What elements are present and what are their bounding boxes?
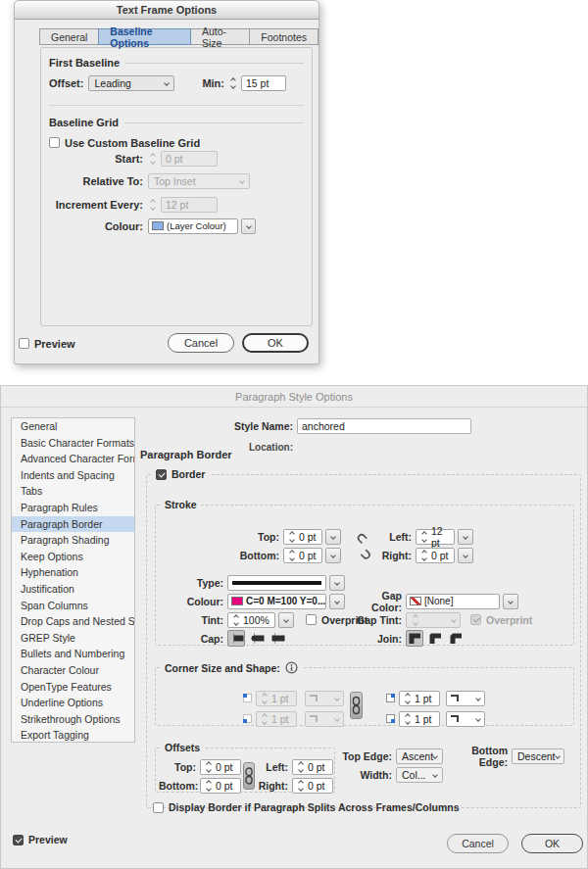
stroke-top-field[interactable]: 0 pt — [283, 529, 322, 545]
text-frame-options-dialog: Text Frame Options GeneralBaseline Optio… — [14, 0, 319, 364]
sidebar-item[interactable]: GREP Style — [12, 630, 134, 647]
stroke-type-chevron-button[interactable] — [329, 575, 345, 591]
tab[interactable]: Footnotes — [249, 28, 318, 45]
corner-bottom-right-shape-dropdown[interactable] — [446, 711, 485, 727]
stepper-icon[interactable] — [296, 762, 306, 772]
corner-link-button[interactable] — [350, 692, 363, 719]
stepper-icon[interactable] — [204, 762, 214, 772]
gap-color-dropdown[interactable]: [None] — [406, 594, 500, 609]
tint-field[interactable]: 100% — [227, 612, 275, 628]
min-stepper[interactable] — [228, 78, 238, 88]
info-icon[interactable] — [285, 661, 298, 674]
gap-color-chevron-button[interactable] — [503, 594, 518, 609]
ok-button[interactable]: OK — [521, 834, 583, 853]
offset-right-field[interactable]: 0 pt — [292, 778, 333, 794]
preview-checkbox[interactable] — [19, 338, 29, 349]
tab[interactable]: Auto-Size — [190, 28, 250, 45]
stroke-colour-label: Colour: — [157, 596, 223, 607]
gap-tint-label: Gap Tint: — [352, 614, 402, 626]
stepper-icon[interactable] — [419, 532, 429, 542]
broken-link-icon[interactable] — [357, 531, 371, 562]
sidebar-item[interactable]: Span Columns — [12, 598, 134, 614]
sidebar-item[interactable]: OpenType Features — [12, 679, 134, 696]
preview-checkbox[interactable] — [13, 835, 24, 845]
ok-button[interactable]: OK — [242, 333, 309, 353]
stepper-icon[interactable] — [287, 532, 297, 542]
min-field[interactable]: 15 pt — [241, 75, 286, 91]
cap-butt-button[interactable] — [227, 630, 245, 647]
width-dropdown[interactable]: Col... — [396, 767, 443, 783]
bottom-edge-dropdown[interactable]: Descent — [512, 748, 564, 764]
offset-top-field[interactable]: 0 pt — [200, 759, 241, 775]
tint-chevron-button[interactable] — [278, 612, 294, 628]
offset-dropdown[interactable]: Leading — [88, 75, 174, 91]
sidebar-item[interactable]: Keep Options — [12, 549, 134, 565]
chevron-down-icon — [330, 553, 336, 558]
tab[interactable]: Baseline Options — [98, 28, 191, 45]
display-border-checkbox[interactable] — [153, 802, 164, 813]
sidebar-item[interactable]: Paragraph Rules — [12, 500, 134, 516]
offsets-link-button[interactable] — [243, 762, 255, 790]
stroke-bottom-field[interactable]: 0 pt — [283, 548, 322, 563]
join-round-button[interactable] — [426, 630, 444, 647]
sidebar-item[interactable]: Paragraph Border — [12, 516, 134, 533]
sidebar-item[interactable]: Export Tagging — [12, 727, 134, 743]
stepper-icon[interactable] — [204, 781, 214, 791]
cancel-button[interactable]: Cancel — [447, 834, 509, 853]
corner-top-right-shape-dropdown[interactable] — [446, 691, 485, 706]
sidebar-item-label: Tabs — [21, 485, 42, 497]
stroke-right-unit-dropdown[interactable] — [458, 548, 473, 563]
stroke-left-field[interactable]: 12 pt — [416, 529, 455, 545]
overprint-checkbox[interactable] — [306, 614, 317, 625]
sidebar-item[interactable]: Tabs — [12, 483, 134, 500]
stepper-icon[interactable] — [296, 781, 306, 791]
chevron-down-icon — [451, 617, 457, 623]
chevron-down-icon — [334, 599, 340, 604]
sidebar-item[interactable]: Drop Caps and Nested Styles — [12, 613, 134, 630]
sidebar-item[interactable]: Hyphenation — [12, 564, 134, 581]
border-checkbox[interactable] — [156, 469, 167, 480]
stepper-icon[interactable] — [287, 551, 297, 560]
stroke-colour-dropdown[interactable]: C=0 M=100 Y=0... — [227, 594, 326, 609]
sidebar-item[interactable]: Underline Options — [12, 695, 134, 711]
cap-round-button[interactable] — [248, 630, 266, 647]
stroke-left-unit-dropdown[interactable] — [458, 529, 473, 545]
cap-projecting-button[interactable] — [269, 630, 286, 647]
cancel-button[interactable]: Cancel — [168, 333, 234, 353]
sidebar-item[interactable]: Indents and Spacing — [12, 467, 134, 484]
stepper-icon[interactable] — [419, 551, 429, 560]
use-custom-grid-checkbox[interactable] — [49, 137, 60, 148]
corner-top-right-icon — [386, 694, 395, 702]
layer-colour-dropdown[interactable]: (Layer Colour) — [148, 218, 238, 234]
join-miter-button[interactable] — [406, 630, 423, 647]
sidebar-item-label: Paragraph Border — [21, 518, 102, 530]
offset-left-field[interactable]: 0 pt — [292, 759, 333, 775]
join-bevel-button[interactable] — [447, 630, 465, 647]
display-border-label: Display Border if Paragraph Splits Acros… — [169, 801, 460, 813]
stepper-icon[interactable] — [403, 714, 413, 724]
sidebar-item[interactable]: Bullets and Numbering — [12, 646, 134, 662]
offset-bottom-field[interactable]: 0 pt — [200, 778, 241, 794]
stroke-right-field[interactable]: 0 pt — [416, 548, 455, 563]
corner-bottom-right-field[interactable]: 1 pt — [399, 711, 440, 727]
stroke-top-unit-dropdown[interactable] — [325, 529, 341, 545]
sidebar-item[interactable]: Strikethrough Options — [12, 711, 134, 728]
stepper-icon[interactable] — [403, 694, 413, 703]
sidebar-item[interactable]: Basic Character Formats — [12, 435, 134, 452]
tab[interactable]: General — [39, 28, 99, 45]
stepper-icon[interactable] — [231, 615, 241, 625]
top-edge-dropdown[interactable]: Ascent — [396, 748, 443, 764]
style-name-input[interactable] — [297, 418, 471, 434]
sidebar-item[interactable]: Advanced Character Formats — [12, 451, 134, 467]
stroke-colour-chevron-button[interactable] — [329, 594, 345, 609]
gap-tint-field — [406, 612, 461, 628]
sidebar-item[interactable]: Paragraph Shading — [12, 532, 134, 549]
stroke-type-dropdown[interactable] — [227, 575, 326, 591]
sidebar-item[interactable]: Character Colour — [12, 662, 134, 679]
sidebar-item-label: Keep Options — [21, 551, 83, 562]
sidebar-item[interactable]: General — [12, 418, 134, 435]
corner-top-right-field[interactable]: 1 pt — [399, 691, 440, 706]
layer-colour-chevron-button[interactable] — [241, 218, 256, 234]
sidebar-item[interactable]: Justification — [12, 581, 134, 598]
stroke-bottom-unit-dropdown[interactable] — [325, 548, 341, 563]
